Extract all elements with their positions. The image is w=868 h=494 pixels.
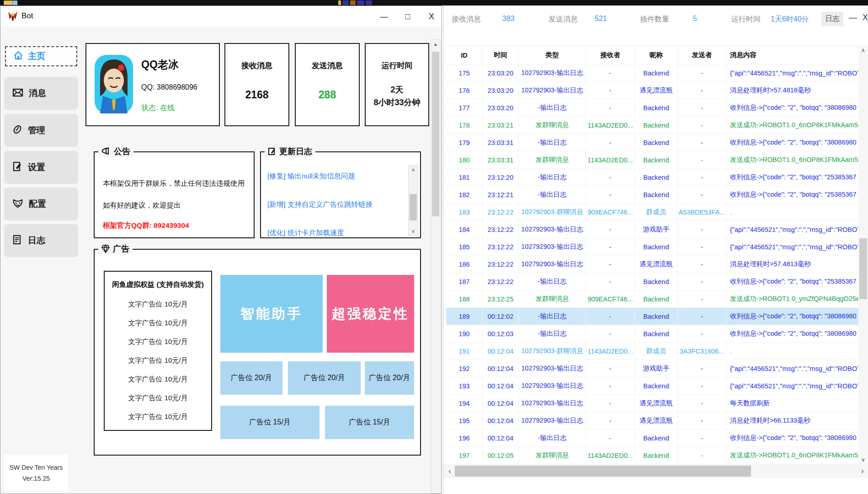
cell-time: 23:12:22 [483,221,519,238]
window-title: Bot [21,11,33,21]
ad-slot-button[interactable]: 广告位 20/月 [288,361,361,395]
cell-nick: Backend [635,151,678,168]
scroll-up-icon[interactable]: ∧ [858,46,868,55]
cell-message: 发送成功->ROBOT1.0_6nOP8K1FMkAam5A5 [726,151,859,168]
table-row[interactable]: 18900:12:02-输出日志-Backend-收到信息->{"code": … [446,308,859,325]
cell-sender: - [678,273,726,290]
table-row[interactable]: 19300:12:04102792903-输出日志-Backend-{"api"… [446,377,859,395]
stat-value: 288 [296,89,359,101]
table-row[interactable]: 17823:03:21发群聊消息1143AD2ED0...Backend-发送成… [446,117,859,134]
table-row[interactable]: 18823:12:25发群聊消息909EACF746...Backend-发送成… [446,290,859,308]
changelog-legend: 更新日志 [265,146,315,157]
table-row[interactable]: 18423:12:22102792903-输出日志-游戏助手-{"api":"4… [446,221,859,238]
maximize-button[interactable]: □ [400,10,415,23]
cell-time: 23:03:31 [483,151,519,168]
table-row[interactable]: 18023:03:31发群聊消息1143AD2ED0...Backend-发送成… [446,151,859,169]
table-row[interactable]: 18223:12:21-输出日志-Backend-收到信息->{"code": … [446,186,859,204]
cell-id: 182 [446,186,483,203]
scrollbar-thumb[interactable] [455,466,751,477]
scroll-down-icon[interactable]: ∨ [409,227,418,235]
table-row[interactable]: 19700:12:05发群聊消息1143AD2ED0...Backend-发送成… [446,447,859,464]
table-row[interactable]: 19200:12:04102792903-输出日志-游戏助手-{"api":"4… [446,360,859,377]
table-row[interactable]: 18123:12:20-输出日志-Backend-收到信息->{"code": … [446,169,859,186]
cell-receiver: - [586,377,635,394]
cell-id: 191 [446,343,483,360]
table-row[interactable]: 17723:03:20-输出日志-Backend-收到信息->{"code": … [446,99,859,117]
scroll-left-icon[interactable]: ‹ [445,464,455,478]
sidebar-item-logs[interactable]: 日志 [4,224,78,257]
left-window-scrollbar[interactable]: ▲ [431,39,441,494]
cell-message: 收到信息->{"code": "2", "botqq": "38086980 [726,134,859,151]
cell-time: 00:12:05 [483,447,519,464]
table-row[interactable]: 17523:03:20102792903-输出日志-Backend-{"api"… [446,64,859,82]
scrollbar-thumb[interactable] [432,52,439,216]
announcement-line: 如有好的建议，欢迎提出 [103,201,181,210]
cell-message: 收到信息->{"code": "2", "botqq": "38086980 [726,308,859,325]
cell-time: 00:12:04 [483,412,519,429]
scrollbar-thumb[interactable] [859,238,867,299]
changelog-item[interactable]: [新增] 支持自定义广告位跳转链接 [267,200,373,209]
sidebar-item-home[interactable]: 主页 [5,46,77,66]
table-row[interactable]: 18723:12:22-输出日志-Backend-收到信息->{"code": … [446,273,859,290]
cell-id: 189 [446,308,483,325]
table-row[interactable]: 19500:12:04102792903-输出日志-遇见漂流瓶-消息处理耗时>6… [446,412,859,430]
scroll-up-icon[interactable]: ∧ [409,166,418,174]
cell-type: 102792903-输出日志 [519,82,586,99]
log-stat-label: 发送消息 [548,15,578,24]
cell-time: 23:12:22 [483,238,519,255]
table-row[interactable]: 19400:12:04102792903-输出日志-遇见漂流瓶-每天数据刷新 [446,395,859,412]
table-row[interactable]: 18323:12:22102792903-群聊消息909EACF746...群成… [446,204,859,221]
table-row[interactable]: 17923:03:31-输出日志-Backend-收到信息->{"code": … [446,134,859,151]
cell-receiver: - [586,430,635,446]
background-app-icons [338,0,372,5]
changelog-item[interactable]: [优化] 统计卡片加载速度 [267,228,344,238]
ad-banner-secondary[interactable]: 超强稳定性 [327,275,414,353]
cell-message: 消息处理耗时>57.4813毫秒 [726,256,859,273]
cell-id: 188 [446,290,483,307]
close-button[interactable]: X [863,13,868,22]
minimize-button[interactable]: — [849,13,857,22]
cell-message: 消息处理耗时>66.1133毫秒 [726,412,859,429]
cell-id: 186 [446,256,483,273]
edit-icon [268,147,276,156]
ad-slot-button[interactable]: 广告位 15/月 [325,406,414,439]
ad-slot-button[interactable]: 广告位 20/月 [220,361,282,395]
horizontal-scrollbar[interactable]: ‹ › [444,464,868,478]
scroll-up-icon[interactable]: ▲ [431,40,440,49]
sidebar-item-label: 消息 [29,87,46,99]
table-row[interactable]: 17623:03:20102792903-输出日志-遇见漂流瓶-消息处理耗时>5… [446,82,859,99]
cell-nick: Backend [635,430,678,446]
sidebar-item-manage[interactable]: 管理 [4,114,78,147]
ad-banner-primary[interactable]: 智能助手 [220,275,323,353]
cell-nick: Backend [635,377,678,394]
stat-label: 运行时间 [366,60,428,71]
cell-type: 102792903-输出日志 [519,412,586,429]
table-row[interactable]: 18623:12:22102792903-输出日志-遇见漂流瓶-消息处理耗时>5… [446,256,859,273]
sidebar-item-settings[interactable]: 设置 [4,151,78,184]
sidebar-item-messages[interactable]: 消息 [4,77,78,110]
cell-nick: 群成员 [635,343,678,360]
cell-sender: A53BDE53FA... [678,204,726,220]
cell-nick: Backend [635,186,678,203]
changelog-item[interactable]: [修复] 输出null未知信息问题 [267,172,355,181]
profile-card: QQ老冰 QQ: 3808698096 状态: 在线 [85,43,220,126]
changelog-scrollbar[interactable]: ∧ ∨ [408,165,418,236]
cell-sender: - [678,256,726,273]
cell-time: 23:12:22 [483,273,519,290]
scroll-right-icon[interactable]: › [857,464,868,478]
vertical-scrollbar[interactable]: ∧ ∨ [858,46,868,464]
stat-card-received: 接收消息 2168 [224,43,289,126]
table-row[interactable]: 18523:12:22102792903-输出日志-Backend-{"api"… [446,238,859,256]
scrollbar-thumb[interactable] [410,194,417,220]
tab-log[interactable]: 日志 [821,12,843,26]
table-row[interactable]: 19600:12:04-输出日志-Backend-收到信息->{"code": … [446,430,859,447]
table-row[interactable]: 19000:12:03-输出日志-Backend-收到信息->{"code": … [446,325,859,343]
cell-id: 177 [446,99,483,116]
ad-slot-button[interactable]: 广告位 20/月 [365,361,414,395]
scroll-down-icon[interactable]: ∨ [858,455,868,464]
close-button[interactable]: X [424,10,439,23]
ad-slot-button[interactable]: 广告位 15/月 [220,406,320,439]
table-row[interactable]: 19100:12:04102792903-群聊消息1143AD2ED0...群成… [446,343,859,360]
sidebar-item-config[interactable]: 配置 [4,188,78,220]
minimize-button[interactable]: — [376,10,392,23]
